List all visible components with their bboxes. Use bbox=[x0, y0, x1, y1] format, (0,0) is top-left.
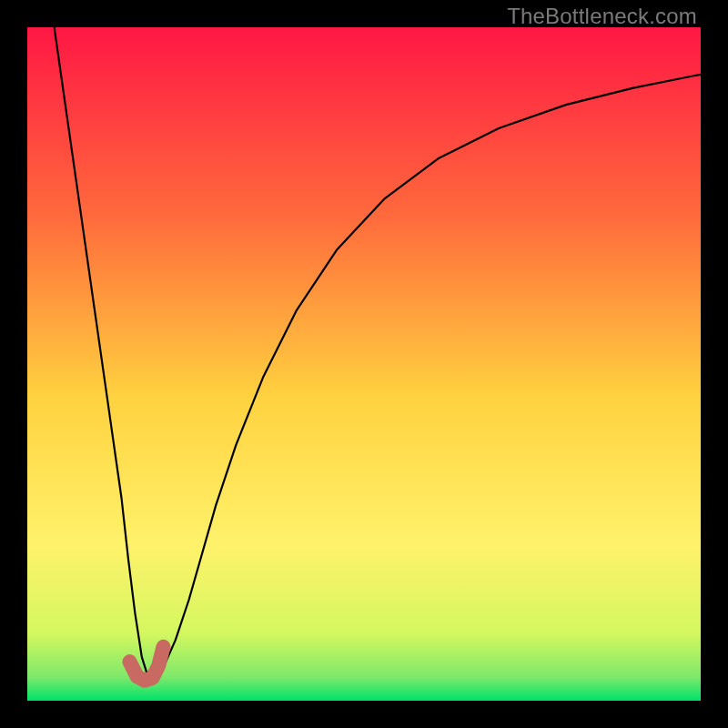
plot-area bbox=[27, 27, 701, 701]
chart-frame: TheBottleneck.com bbox=[0, 0, 728, 728]
minimum-marker bbox=[129, 647, 163, 681]
source-watermark: TheBottleneck.com bbox=[507, 4, 697, 29]
curve-layer bbox=[27, 27, 701, 701]
bottleneck-curve bbox=[55, 27, 701, 680]
